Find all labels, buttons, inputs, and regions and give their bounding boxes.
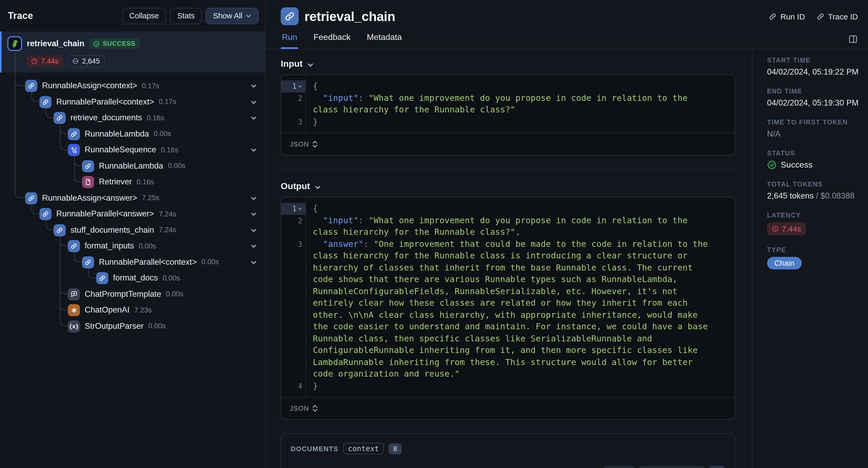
tree-item[interactable]: stuff_documents_chain7.24s	[0, 222, 265, 238]
code-text: }	[306, 116, 735, 128]
output-section-label: Output	[281, 181, 310, 192]
collapse-node-icon[interactable]	[250, 211, 257, 218]
line-number: 3	[281, 116, 306, 128]
collapse-node-icon[interactable]	[250, 82, 257, 89]
code-text: "input": "What one improvement do you pr…	[306, 92, 735, 116]
tree-item[interactable]: {x}StrOutputParser0.00s	[0, 318, 265, 334]
documents-count-badge: 8	[389, 443, 402, 454]
meta-section: TOTAL TOKENS2,645 tokens / $0.08388	[767, 181, 864, 201]
code-line: 2 "input": "What one improvement do you …	[281, 214, 735, 238]
tokens-badge: 2,645	[67, 55, 105, 67]
fold-chevron-icon[interactable]	[298, 84, 302, 89]
tree-item-label: format_docs	[113, 273, 158, 283]
status-badge-label: SUCCESS	[103, 40, 135, 47]
meta-label: STATUS	[767, 150, 864, 157]
tab-feedback[interactable]: Feedback	[313, 33, 352, 49]
code-line: 4}	[281, 380, 735, 392]
meta-label: TOTAL TOKENS	[767, 181, 864, 188]
meta-section: TIME TO FIRST TOKENN/A	[767, 119, 864, 139]
meta-label: START TIME	[767, 57, 864, 64]
document-tag-more[interactable]: +1	[709, 466, 725, 468]
documents-section: DOCUMENTS context 8 For example, .. code…	[281, 433, 735, 468]
tab-metadata[interactable]: Metadata	[366, 33, 403, 49]
fold-chevron-icon[interactable]	[298, 206, 302, 211]
trace-id-button[interactable]: Trace ID	[816, 12, 858, 21]
latency-badge-label: 7.44s	[41, 57, 58, 65]
meta-section: LATENCY7.44s	[767, 212, 864, 235]
collapse-node-icon[interactable]	[250, 99, 257, 105]
format-select-arrows-icon[interactable]	[312, 405, 317, 412]
collapse-node-icon[interactable]	[250, 243, 257, 249]
tree-item-label: RunnableParallel<context>	[56, 97, 154, 107]
collapse-node-icon[interactable]	[250, 259, 257, 266]
document-tag[interactable]: functions_classes	[639, 466, 705, 468]
input-format-select[interactable]: JSON	[290, 140, 309, 148]
sequence-icon	[68, 144, 80, 156]
tab-run[interactable]: Run	[281, 33, 298, 49]
chain-icon	[39, 208, 52, 220]
tree-item[interactable]: RunnableParallel<context>0.00s	[0, 254, 265, 270]
collapse-node-icon[interactable]	[250, 146, 257, 154]
page-title: retrieval_chain	[304, 9, 395, 24]
tree-item-label: ChatPromptTemplate	[85, 290, 161, 299]
chain-icon	[25, 80, 37, 92]
tree-item-label: RunnableLambda	[85, 129, 149, 139]
line-number: 2	[281, 92, 306, 116]
tree-item[interactable]: RunnableLambda0.00s	[0, 158, 265, 174]
output-section-header[interactable]: Output	[281, 181, 735, 192]
collapse-node-icon[interactable]	[250, 114, 257, 121]
line-number: 4	[281, 380, 306, 392]
tree-item-label: Retriever	[99, 177, 132, 187]
tree-item[interactable]: RunnableAssign<context>0.17s	[0, 78, 265, 94]
collapse-node-icon[interactable]	[250, 227, 257, 233]
output-format-select[interactable]: JSON	[290, 404, 309, 412]
run-tree: RunnableAssign<context>0.17sRunnablePara…	[0, 78, 265, 334]
chain-icon	[82, 256, 94, 268]
tree-item[interactable]: RunnableLambda0.00s	[0, 126, 265, 142]
document-row[interactable]: For example, .. code-block:: python from…	[291, 466, 725, 468]
show-all-dropdown[interactable]: Show All	[206, 8, 259, 24]
tree-item-label: RunnableAssign<answer>	[42, 193, 137, 203]
chevron-down-icon	[314, 183, 321, 191]
tree-item[interactable]: RunnableParallel<context>0.17s	[0, 94, 265, 110]
tree-item[interactable]: RunnableParallel<answer>7.24s	[0, 206, 265, 222]
token-coin-icon	[72, 58, 79, 65]
clock-icon	[31, 58, 38, 65]
input-section-header[interactable]: Input	[281, 59, 735, 69]
tree-item[interactable]: format_docs0.00s	[0, 270, 265, 286]
stats-button[interactable]: Stats	[170, 8, 202, 24]
document-tag[interactable]: python	[603, 466, 635, 468]
chain-icon	[82, 160, 94, 172]
tree-item-root[interactable]: retrieval_chain SUCCESS 7.44s 2,645	[0, 32, 265, 72]
tree-item[interactable]: retrieve_documents0.16s	[0, 110, 265, 126]
tree-item-duration: 0.00s	[202, 258, 219, 266]
collapse-button[interactable]: Collapse	[122, 8, 166, 24]
section-divider	[281, 169, 735, 170]
chevron-down-icon	[246, 13, 251, 19]
trace-id-label: Trace ID	[828, 12, 858, 21]
tree-item[interactable]: RunnableSequence0.16s	[0, 142, 265, 158]
tree-item[interactable]: RunnableAssign<answer>7.25s	[0, 190, 265, 206]
input-code-block: 1{2 "input": "What one improvement do yo…	[281, 75, 735, 156]
meta-value: 04/02/2024, 05:19:22 PM	[767, 67, 864, 77]
run-id-button[interactable]: Run ID	[769, 12, 805, 21]
chain-icon	[68, 240, 80, 252]
tree-item[interactable]: Retriever0.16s	[0, 174, 265, 190]
openai-icon	[68, 304, 80, 316]
format-select-arrows-icon[interactable]	[312, 141, 317, 147]
collapse-node-icon[interactable]	[250, 195, 257, 201]
tree-item[interactable]: ChatOpenAI7.23s	[0, 302, 265, 318]
tree-item[interactable]: ChatPromptTemplate0.00s	[0, 286, 265, 302]
chain-icon	[96, 272, 108, 284]
document-tags: pythonfunctions_classes+1	[603, 466, 725, 468]
input-section-label: Input	[281, 59, 303, 69]
main-panel: retrieval_chain Run ID Trace ID Run Feed…	[266, 0, 868, 468]
tree-item[interactable]: format_inputs0.00s	[0, 238, 265, 254]
tree-item-duration: 0.16s	[147, 114, 164, 122]
tree-item-duration: 7.24s	[159, 210, 176, 218]
meta-value: 04/02/2024, 05:19:30 PM	[767, 98, 864, 108]
chain-icon	[39, 96, 52, 108]
line-number: 3	[281, 238, 306, 380]
toggle-side-panel-button[interactable]	[848, 34, 858, 44]
clock-icon	[772, 225, 779, 232]
